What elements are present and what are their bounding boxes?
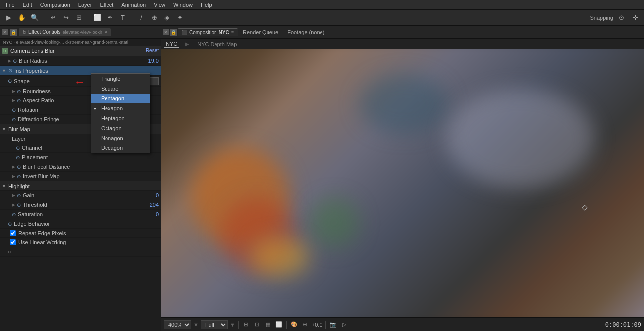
menu-help[interactable]: Help: [197, 2, 216, 8]
option-heptagon[interactable]: Heptagon: [91, 113, 150, 123]
comp-name: NYC: [219, 30, 229, 35]
zoom-select[interactable]: 400%: [164, 320, 191, 329]
menu-edit[interactable]: Edit: [19, 2, 36, 8]
subtab-sep: ▶: [185, 41, 189, 47]
option-pentagon[interactable]: Pentagon: [91, 94, 150, 103]
roundness-toggle[interactable]: ▶: [12, 89, 15, 94]
pen-tool[interactable]: ✒: [104, 12, 116, 24]
threshold-toggle[interactable]: ▶: [12, 202, 15, 207]
gain-value[interactable]: 0: [156, 192, 159, 198]
subtab-nyc-depth[interactable]: NYC Depth Map: [195, 40, 239, 48]
option-square[interactable]: Square: [91, 84, 150, 94]
reset-button[interactable]: Reset: [146, 48, 159, 53]
panel-close[interactable]: ✕: [2, 29, 8, 35]
use-linear-label: Use Linear Working: [18, 239, 66, 245]
rulers-btn[interactable]: ⬜: [274, 320, 283, 329]
blob-green: [310, 198, 359, 247]
viewer-bottombar: 400% ▼ Full ▼ ⊞ ⊡ ▦ ⬜ 🎨 ⊕ +0.0 📷 ▷ 0:00:…: [161, 317, 644, 331]
snapping-toggle[interactable]: ⊙: [615, 12, 627, 24]
gain-toggle[interactable]: ▶: [12, 193, 15, 198]
focal-icon: ⊙: [17, 164, 21, 170]
gain-label: Gain: [23, 192, 156, 198]
saturation-value[interactable]: 0: [156, 211, 159, 217]
show-snapshot-btn[interactable]: ▷: [340, 320, 349, 329]
zoom-tool[interactable]: 🔍: [29, 12, 41, 24]
quality-select[interactable]: Full: [201, 320, 228, 329]
undo-tool[interactable]: ↩: [47, 12, 59, 24]
use-linear-row: Use Linear Working: [0, 238, 161, 247]
highlight-toggle[interactable]: ▼: [2, 184, 6, 189]
edge-icon: ⊙: [8, 221, 12, 227]
saturation-row: ⊙ Saturation 0: [0, 210, 161, 219]
grid-btn[interactable]: ▦: [264, 320, 272, 329]
panel-tab-expand[interactable]: »: [104, 29, 107, 35]
right-panel: ✕ 🔒 ⬛ Composition NYC ≡ Render Queue Foo…: [161, 26, 644, 331]
menu-window[interactable]: Window: [169, 2, 197, 8]
channel-icon: ⊙: [16, 145, 20, 151]
blur-map-toggle[interactable]: ▼: [2, 127, 6, 132]
snapshot-btn[interactable]: 📷: [329, 320, 338, 329]
3d-view-btn[interactable]: ⊕: [301, 320, 310, 329]
puppet-tool[interactable]: ✦: [174, 12, 186, 24]
composition-tab[interactable]: ⬛ Composition NYC ≡: [178, 28, 238, 36]
fit-view-btn[interactable]: ⊞: [242, 320, 251, 329]
aspect-ratio-toggle[interactable]: ▶: [12, 98, 15, 103]
main-layout: ✕ 🔒 fx Effect Controls elevated-view-loo…: [0, 26, 644, 331]
selection-tool[interactable]: ▶: [3, 12, 15, 24]
mask-tool[interactable]: ⬜: [91, 12, 103, 24]
invert-label: Invert Blur Map: [23, 173, 159, 179]
invert-blur-row: ▶ ⊙ Invert Blur Map: [0, 172, 161, 181]
menu-view[interactable]: View: [150, 2, 169, 8]
fx-icon: fx: [23, 30, 26, 35]
highlight-label: Highlight: [8, 183, 30, 189]
threshold-row: ▶ ⊙ Threshold 204: [0, 200, 161, 210]
invert-icon: ⊙: [17, 174, 21, 179]
menu-layer[interactable]: Layer: [74, 2, 96, 8]
option-decagon[interactable]: Decagon: [91, 143, 150, 153]
menu-effect[interactable]: Effect: [96, 2, 117, 8]
option-nonagon[interactable]: Nonagon: [91, 133, 150, 143]
menu-file[interactable]: File: [2, 2, 19, 8]
tab-filename: elevated-view-looking-... d-st: [62, 30, 102, 35]
footage-btn[interactable]: Footage (none): [283, 29, 328, 35]
comp-menu-icon[interactable]: ≡: [231, 30, 234, 35]
anchor-tool[interactable]: ⊕: [148, 12, 160, 24]
menu-animation[interactable]: Animation: [117, 2, 150, 8]
threshold-value[interactable]: 204: [150, 202, 159, 208]
text-tool[interactable]: T: [117, 12, 129, 24]
render-queue-btn[interactable]: Render Queue: [239, 29, 282, 35]
blur-radius-toggle[interactable]: ▶: [8, 58, 11, 63]
sep2: [88, 13, 88, 23]
blur-radius-value[interactable]: 19.0: [148, 58, 159, 64]
option-octagon[interactable]: Octagon: [91, 123, 150, 133]
iris-properties-label: Iris Properties: [14, 68, 48, 74]
redo-tool[interactable]: ↪: [60, 12, 72, 24]
repeat-edge-checkbox[interactable]: [10, 230, 16, 236]
highlight-header[interactable]: ▼ Highlight: [0, 181, 161, 191]
blob-teal: [359, 74, 448, 134]
color-mgmt-btn[interactable]: 🎨: [290, 320, 299, 329]
saturation-label: Saturation: [18, 211, 156, 217]
shape-icon: ⊙: [8, 78, 12, 84]
sep3: [132, 13, 132, 23]
bar-sep2: [286, 321, 287, 329]
snap-tool[interactable]: ⊞: [73, 12, 85, 24]
comp-panel-close[interactable]: ✕: [163, 29, 169, 35]
edge-label: Edge Behavior: [14, 221, 159, 227]
snap-extra[interactable]: ✛: [629, 12, 641, 24]
use-linear-checkbox[interactable]: [10, 239, 16, 245]
iris-icon: ⊙: [8, 68, 12, 73]
invert-toggle[interactable]: ▶: [12, 174, 15, 179]
brush-tool[interactable]: /: [135, 12, 147, 24]
hand-tool[interactable]: ✋: [16, 12, 28, 24]
panel-lock-icon: 🔒: [10, 29, 17, 36]
focal-toggle[interactable]: ▶: [12, 164, 15, 169]
subtab-nyc[interactable]: NYC: [164, 40, 179, 48]
option-triangle[interactable]: Triangle: [91, 74, 150, 84]
iris-toggle[interactable]: ▼: [2, 68, 6, 73]
option-hexagon[interactable]: Hexagon: [91, 103, 150, 113]
effect-controls-tab[interactable]: fx Effect Controls elevated-view-looking…: [19, 28, 111, 36]
gradient-tool[interactable]: ◈: [161, 12, 173, 24]
menu-composition[interactable]: Composition: [36, 2, 74, 8]
safe-zones-btn[interactable]: ⊡: [253, 320, 262, 329]
